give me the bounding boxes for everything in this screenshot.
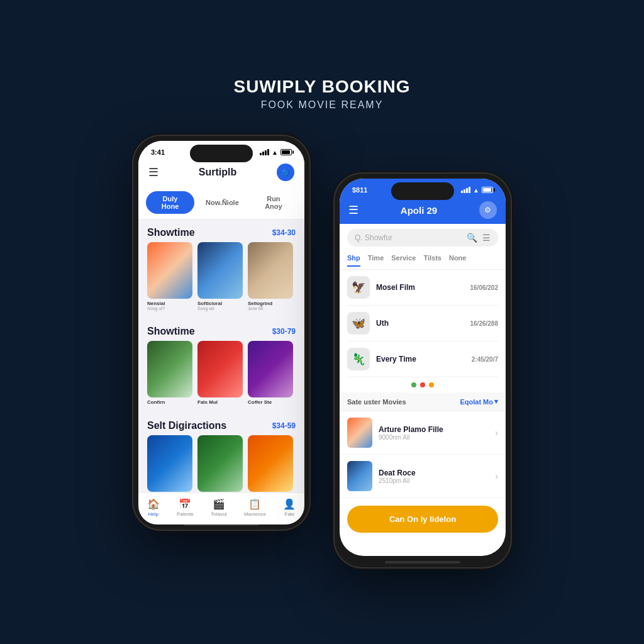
movie-card-1-1[interactable]: Nensial Soog ut? — [147, 242, 192, 311]
movie-list-sub-2: 2510pm All — [379, 477, 489, 484]
nav-palente[interactable]: 📅 Palente — [177, 498, 194, 517]
page-title: SUWIPLY BOOKING — [233, 77, 410, 97]
movie-card-1-3[interactable]: Sellogrind June Mi — [248, 242, 293, 311]
avatar-right[interactable]: ⚙ — [479, 201, 497, 219]
app-header-left: ☰ Surtiplb 🔵 — [138, 158, 304, 186]
filter-tab-shp[interactable]: Shp — [347, 254, 360, 267]
movie-name-1-1: Nensial — [147, 301, 192, 306]
filter-tab-time[interactable]: Time — [368, 254, 384, 267]
section-filter-label: Sate uster Movies — [347, 398, 406, 406]
booking-thumb-2: 🦋 — [347, 312, 370, 335]
page-subtitle: FOOK MOVIE REAMY — [233, 99, 410, 111]
calendar-nav-icon: 📅 — [179, 498, 191, 510]
section-price-3: $34-59 — [272, 421, 296, 430]
movie-card-3-3[interactable] — [248, 435, 293, 492]
booking-item-1[interactable]: 🦅 Mosel Film 16/06/202 — [347, 270, 498, 306]
movie-card-3-1[interactable] — [147, 435, 192, 492]
scroll-area-left[interactable]: Showtime $34-30 Nensial Soog ut? Softici… — [138, 219, 304, 509]
movie-date-1-3: June Mi — [248, 306, 293, 311]
signal-r-4 — [469, 187, 470, 193]
tab-duly-hone[interactable]: Duly Hone — [146, 191, 194, 214]
battery-icon-left — [280, 149, 292, 155]
section-price-2: $30-79 — [272, 327, 296, 336]
movie-list-item-2[interactable]: Deat Roce 2510pm All › — [340, 455, 506, 498]
app-header-right: ☰ Apoli 29 ⚙ — [340, 196, 506, 224]
movie-list-info-1: Arture Plamo Fille 9000nm All — [379, 425, 489, 441]
section-price-1: $34-30 — [272, 228, 296, 237]
section-divider-right: Sate uster Movies Eqolat Mo ▾ — [340, 392, 506, 411]
chevron-icon-2: › — [495, 471, 498, 481]
movies-row-2: Confirn Fals Mul Coffer Ste — [138, 341, 304, 413]
filter-icon-right[interactable]: ☰ — [482, 233, 491, 243]
movie-card-1-2[interactable]: Softicioral Song wll — [197, 242, 243, 311]
booking-item-2[interactable]: 🦋 Uth 16/26/288 — [347, 306, 498, 341]
movie-card-3-2[interactable] — [197, 435, 243, 492]
phones-container: 3:41 ▲ ☰ Surtiplb — [133, 136, 511, 567]
signal-bar-4 — [267, 149, 269, 155]
nav-fale[interactable]: 👤 Fale — [283, 498, 296, 517]
movie-date-1-1: Soog ut? — [147, 306, 192, 311]
section-header-2: Showtime $30-79 — [138, 318, 304, 341]
movie-poster-1-1 — [147, 242, 192, 299]
cta-button-right[interactable]: Can On ly lidelon — [347, 506, 498, 533]
section-title-3: Selt Digiractions — [147, 420, 226, 431]
nav-help[interactable]: 🏠 Help — [147, 498, 160, 517]
status-time-left: 3:41 — [151, 148, 165, 156]
left-phone: 3:41 ▲ ☰ Surtiplb — [133, 136, 309, 530]
booking-list: 🦅 Mosel Film 16/06/202 🦋 Uth 16/26/288 🦎 — [340, 270, 506, 377]
nav-totavul[interactable]: 🎬 Totavul — [211, 498, 226, 517]
nav-fale-label: Fale — [285, 511, 295, 517]
movie-list-thumb-2 — [347, 461, 372, 491]
movie-nav-icon: 🎬 — [213, 498, 225, 510]
filter-tab-tilsts[interactable]: Tilsts — [423, 254, 441, 267]
home-indicator-right — [385, 561, 460, 564]
booking-title-3: Every Time — [376, 355, 465, 364]
movie-list-info-2: Deat Roce 2510pm All — [379, 469, 489, 484]
menu-icon-left[interactable]: ☰ — [148, 165, 158, 179]
movie-name-1-2: Softicioral — [197, 301, 243, 306]
phone-notch-left — [190, 145, 253, 162]
movie-name-2-3: Coffer Ste — [248, 399, 293, 405]
movie-poster-2-2 — [197, 341, 243, 397]
movie-name-1-3: Sellogrind — [248, 301, 293, 306]
movie-poster-3-1 — [147, 435, 192, 492]
tab-now-niole[interactable]: Now.Ñiole — [198, 191, 247, 214]
filter-tab-none[interactable]: None — [449, 254, 467, 267]
booking-info-3: Every Time — [376, 355, 465, 364]
movie-poster-3-3 — [248, 435, 293, 492]
movie-card-2-2[interactable]: Fals Mul — [197, 341, 243, 405]
movie-list-sub-1: 9000nm All — [379, 434, 489, 441]
movie-card-2-3[interactable]: Coffer Ste — [248, 341, 293, 405]
signal-bar-3 — [265, 150, 267, 155]
movie-name-2-1: Confirn — [147, 399, 192, 405]
booking-title-1: Mosel Film — [376, 283, 464, 292]
filter-tabs-right: Shp Time Service Tilsts None — [340, 252, 506, 270]
movie-poster-1-3 — [248, 242, 293, 299]
movie-date-1-2: Song wll — [197, 306, 243, 311]
search-icon-right[interactable]: 🔍 — [467, 233, 477, 243]
right-phone-screen: $811 ▲ ☰ Apoli 29 — [340, 179, 506, 556]
movie-name-2-2: Fals Mul — [197, 399, 243, 405]
tabs-row-left: Duly Hone Now.Ñiole Run Anoy — [138, 186, 304, 219]
filter-tab-service[interactable]: Service — [391, 254, 416, 267]
section-filter-option[interactable]: Eqolat Mo ▾ — [460, 397, 498, 406]
battery-fill-left — [282, 150, 290, 154]
avatar-left[interactable]: 🔵 — [277, 164, 294, 181]
movie-list-title-2: Deat Roce — [379, 469, 489, 477]
booking-item-3[interactable]: 🦎 Every Time 2:45/20/7 — [347, 341, 498, 377]
movie-card-2-1[interactable]: Confirn — [147, 341, 192, 405]
battery-icon-right — [482, 187, 493, 193]
dot-red — [420, 382, 425, 387]
phone-notch-right — [391, 182, 454, 200]
tab-run-anoy[interactable]: Run Anoy — [250, 191, 297, 214]
nav-mamence[interactable]: 📋 Mamence — [244, 498, 266, 517]
search-bar-right[interactable]: Q. Showfur 🔍 ☰ — [347, 229, 498, 247]
signal-bar-1 — [260, 153, 262, 155]
movie-list-title-1: Arture Plamo Fille — [379, 425, 489, 434]
signal-r-2 — [464, 189, 465, 193]
movie-list-item-1[interactable]: Arture Plamo Fille 9000nm All › — [340, 411, 506, 455]
menu-icon-right[interactable]: ☰ — [348, 203, 358, 217]
dot-green — [411, 382, 416, 387]
status-time-right: $811 — [352, 186, 367, 194]
app-title-right: Apoli 29 — [401, 205, 437, 216]
